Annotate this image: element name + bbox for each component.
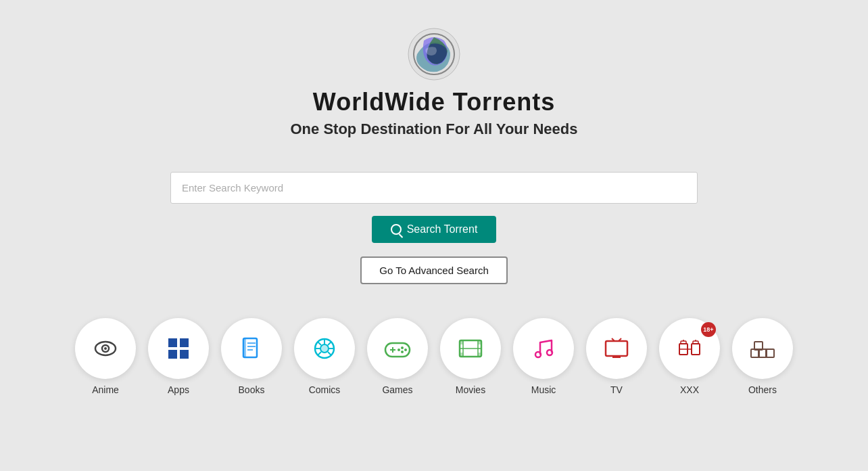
svg-rect-42 xyxy=(606,341,627,356)
category-comics[interactable]: Comics xyxy=(294,318,355,395)
svg-line-23 xyxy=(328,342,331,345)
category-anime[interactable]: Anime xyxy=(75,318,136,395)
comics-icon xyxy=(312,336,337,361)
category-tv-circle[interactable] xyxy=(586,318,647,379)
category-xxx-label: XXX xyxy=(680,384,699,395)
category-movies[interactable]: Movies xyxy=(440,318,501,395)
film-icon xyxy=(458,338,483,359)
advanced-search-label: Go To Advanced Search xyxy=(379,265,489,276)
others-icon xyxy=(749,337,776,360)
category-apps[interactable]: Apps xyxy=(148,318,209,395)
category-xxx[interactable]: 18+ XXX xyxy=(659,318,720,395)
category-tv-label: TV xyxy=(610,384,623,395)
svg-rect-49 xyxy=(681,341,686,344)
svg-rect-6 xyxy=(168,338,177,347)
category-games[interactable]: Games xyxy=(367,318,428,395)
svg-rect-8 xyxy=(168,350,177,359)
svg-rect-48 xyxy=(692,344,700,355)
svg-rect-9 xyxy=(180,350,189,359)
categories-section: Anime Apps Books xyxy=(62,318,806,395)
svg-rect-50 xyxy=(693,341,698,344)
category-music-circle[interactable] xyxy=(513,318,574,379)
category-others[interactable]: Others xyxy=(732,318,793,395)
search-input[interactable] xyxy=(170,172,698,204)
book-icon xyxy=(239,336,264,361)
category-others-circle[interactable] xyxy=(732,318,793,379)
category-books-label: Books xyxy=(239,384,265,395)
badge-18plus: 18+ xyxy=(701,322,716,337)
header: WorldWide Torrents One Stop Destination … xyxy=(291,27,578,138)
music-icon xyxy=(531,336,556,361)
category-games-label: Games xyxy=(382,384,412,395)
category-anime-label: Anime xyxy=(92,384,119,395)
site-title: WorldWide Torrents xyxy=(313,88,555,116)
svg-rect-11 xyxy=(243,338,246,357)
site-subtitle: One Stop Destination For All Your Needs xyxy=(291,120,578,138)
search-button-label: Search Torrent xyxy=(407,223,478,236)
svg-point-31 xyxy=(397,349,400,351)
gamepad-icon xyxy=(384,338,411,359)
svg-line-24 xyxy=(318,352,321,355)
category-movies-circle[interactable] xyxy=(440,318,501,379)
svg-point-29 xyxy=(404,349,407,351)
category-comics-label: Comics xyxy=(309,384,341,395)
svg-rect-7 xyxy=(180,338,189,347)
windows-icon xyxy=(167,337,190,360)
category-games-circle[interactable] xyxy=(367,318,428,379)
svg-line-22 xyxy=(328,352,331,355)
category-tv[interactable]: TV xyxy=(586,318,647,395)
category-anime-circle[interactable] xyxy=(75,318,136,379)
xxx-icon xyxy=(677,337,702,360)
svg-point-41 xyxy=(547,350,552,355)
category-music[interactable]: Music xyxy=(513,318,574,395)
svg-point-30 xyxy=(401,351,404,353)
svg-line-21 xyxy=(318,342,321,345)
category-apps-circle[interactable] xyxy=(148,318,209,379)
category-apps-label: Apps xyxy=(168,384,189,395)
advanced-search-button[interactable]: Go To Advanced Search xyxy=(360,256,508,284)
category-others-label: Others xyxy=(748,384,777,395)
category-books-circle[interactable] xyxy=(221,318,282,379)
svg-point-40 xyxy=(535,352,541,357)
category-books[interactable]: Books xyxy=(221,318,282,395)
category-movies-label: Movies xyxy=(456,384,485,395)
category-music-label: Music xyxy=(531,384,556,395)
search-button[interactable]: Search Torrent xyxy=(372,216,497,243)
search-icon xyxy=(391,224,402,235)
svg-point-5 xyxy=(104,347,107,350)
eye-icon xyxy=(93,336,118,361)
site-logo[interactable] xyxy=(407,27,461,81)
category-xxx-circle[interactable]: 18+ xyxy=(659,318,720,379)
search-section: Search Torrent Go To Advanced Search xyxy=(170,172,698,305)
category-comics-circle[interactable] xyxy=(294,318,355,379)
tv-icon xyxy=(603,337,630,360)
svg-point-28 xyxy=(401,346,404,349)
